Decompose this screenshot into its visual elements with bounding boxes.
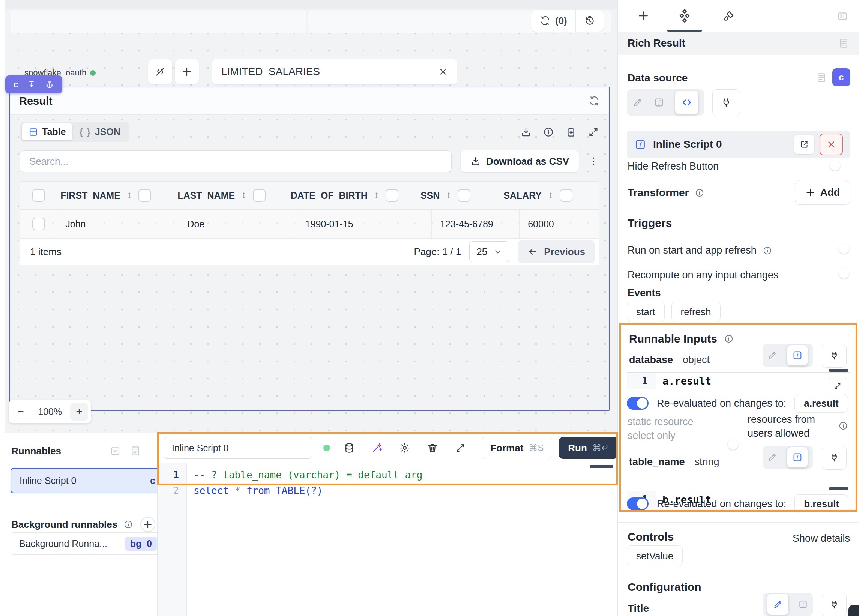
checkbox[interactable] (458, 189, 470, 202)
format-button[interactable]: Format ⌘S (482, 437, 552, 459)
background-runnable-item[interactable]: Background Runna... bg_0 (11, 532, 163, 555)
zoom-in-button[interactable]: + (70, 403, 88, 421)
download-csv-button[interactable]: Download as CSV (461, 150, 579, 172)
mode-static-button[interactable] (633, 97, 643, 108)
download-to-line-icon[interactable] (27, 80, 36, 89)
previous-page-button[interactable]: Previous (518, 240, 595, 263)
styles-tab[interactable] (722, 10, 735, 22)
input-database-plug-button[interactable] (822, 344, 847, 367)
event-refresh[interactable]: refresh (672, 302, 721, 322)
docs-icon[interactable] (816, 72, 827, 83)
sort-icon[interactable] (126, 191, 133, 200)
add-component-tab[interactable] (637, 10, 649, 22)
info-icon[interactable] (839, 421, 848, 431)
checkbox[interactable] (32, 189, 45, 202)
maximize-icon[interactable] (588, 127, 599, 138)
page-size-select[interactable]: 25 (469, 241, 509, 262)
refresh-count-button[interactable]: (0) (531, 10, 575, 31)
sort-icon[interactable] (240, 191, 248, 200)
unlink-button[interactable] (148, 59, 172, 84)
sort-icon[interactable] (445, 191, 452, 200)
collapse-panel-icon[interactable] (109, 445, 121, 457)
docs-icon[interactable] (130, 445, 141, 457)
zoom-out-button[interactable]: − (12, 403, 30, 421)
checkbox[interactable] (560, 189, 572, 202)
mode-function-button[interactable]: f (787, 447, 808, 468)
components-tab[interactable] (678, 9, 691, 22)
info-icon[interactable] (543, 127, 554, 138)
magic-wand-icon[interactable] (371, 442, 383, 453)
info-icon[interactable] (123, 520, 133, 529)
reeval-target[interactable]: b.result (795, 494, 848, 513)
control-setvalue[interactable]: setValue (627, 546, 683, 566)
show-details-link[interactable]: Show details (793, 533, 850, 544)
expand-icon[interactable] (454, 442, 466, 453)
checkbox[interactable] (253, 189, 266, 202)
clipboard-copy-icon[interactable] (565, 127, 576, 138)
table-row[interactable]: JohnDoe1990-01-15123-45-678960000 (20, 210, 599, 238)
delete-trash-icon[interactable] (427, 442, 438, 453)
title-input[interactable] (627, 614, 851, 616)
search-input[interactable] (20, 150, 451, 172)
column-header-ssn[interactable]: SSN (417, 189, 500, 202)
checkbox[interactable] (386, 189, 398, 202)
tab-json[interactable]: { } JSON (72, 124, 127, 140)
open-script-button[interactable] (794, 135, 814, 154)
tab-table[interactable]: Table (22, 124, 72, 140)
expand-editor-button[interactable] (829, 378, 846, 394)
mode-function-button[interactable]: f (798, 599, 808, 609)
add-background-runnable-button[interactable] (139, 516, 156, 533)
table-select[interactable]: LIMITED_SALARIES (212, 58, 457, 85)
download-icon[interactable] (520, 127, 531, 138)
input-table-name-plug-button[interactable] (822, 446, 847, 470)
data-source-plug-button[interactable] (712, 89, 740, 116)
run-button[interactable]: Run ⌘↵ (559, 437, 618, 459)
reeval-toggle[interactable] (627, 397, 648, 410)
column-header-last_name[interactable]: LAST_NAME (174, 189, 287, 202)
rich-result-component[interactable]: Result Table { } JSON (9, 87, 609, 411)
checkbox[interactable] (32, 217, 45, 230)
settings-gear-icon[interactable] (399, 442, 410, 453)
database-icon[interactable] (344, 442, 355, 453)
runnable-item-inline-script-0[interactable]: Inline Script 0 c (11, 468, 164, 493)
download-icon (470, 156, 481, 167)
event-start[interactable]: start (627, 302, 665, 322)
title-plug-button[interactable] (822, 593, 847, 616)
sort-icon[interactable] (373, 191, 380, 200)
column-header-first_name[interactable]: FIRST_NAME (57, 189, 174, 202)
history-button[interactable] (576, 10, 604, 31)
mode-static-button[interactable] (767, 594, 789, 615)
add-query-button[interactable] (175, 59, 199, 84)
component-ref-badge[interactable]: c (832, 68, 850, 86)
input-database-code[interactable]: 1 a.result (627, 372, 850, 389)
scrollbar[interactable] (829, 487, 848, 490)
mode-static-button[interactable] (767, 452, 777, 462)
info-icon[interactable] (724, 334, 734, 344)
docs-icon[interactable] (838, 38, 849, 49)
result-refresh-icon[interactable] (589, 95, 600, 106)
scrollbar[interactable] (829, 369, 848, 372)
editor-code[interactable]: -- ? table_name (varchar) = default args… (187, 463, 618, 616)
column-header-salary[interactable]: SALARY (500, 189, 599, 202)
info-icon[interactable] (695, 188, 704, 198)
scrollbar[interactable] (590, 465, 613, 468)
column-header-date_of_birth[interactable]: DATE_OF_BIRTH (287, 189, 417, 202)
mode-code-button[interactable] (675, 91, 698, 114)
data-source-script-row[interactable]: f Inline Script 0 (627, 131, 850, 158)
collapse-inspector-icon[interactable] (837, 11, 848, 22)
mode-function-button[interactable]: f (654, 97, 664, 108)
add-transformer-button[interactable]: Add (795, 180, 850, 205)
reeval-toggle[interactable] (627, 497, 648, 510)
kebab-menu-icon[interactable] (588, 156, 599, 167)
sort-icon[interactable] (547, 191, 554, 200)
reeval-target[interactable]: a.result (795, 394, 848, 413)
clear-icon[interactable] (438, 67, 448, 77)
anchor-icon[interactable] (45, 80, 54, 89)
remove-script-button[interactable] (820, 134, 843, 155)
checkbox[interactable] (138, 189, 151, 202)
refresh-count-label: (0) (555, 15, 567, 27)
info-icon[interactable] (762, 246, 772, 255)
mode-function-button[interactable]: f (787, 345, 808, 366)
mode-static-button[interactable] (767, 350, 777, 360)
script-name-input[interactable] (164, 437, 312, 459)
